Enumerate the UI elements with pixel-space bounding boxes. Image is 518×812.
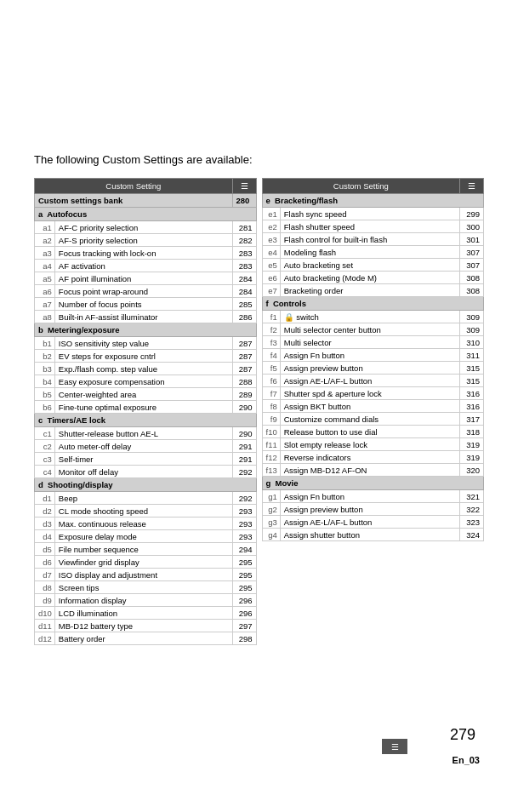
row-value: 293 bbox=[232, 530, 256, 543]
row-label: ISO display and adjustment bbox=[54, 569, 232, 581]
table-row: d7 ISO display and adjustment 295 bbox=[35, 569, 257, 581]
table-row: f5 Assign preview button 315 bbox=[262, 362, 484, 375]
left-subheader: Custom settings bank 280 bbox=[35, 194, 257, 208]
table-row: a1 AF-C priority selection 281 bbox=[35, 221, 257, 234]
row-label: Multi selector center button bbox=[280, 323, 459, 336]
row-id: f6 bbox=[262, 375, 280, 387]
row-value: 291 bbox=[232, 453, 256, 466]
row-id: d7 bbox=[35, 569, 55, 581]
row-value: 299 bbox=[460, 208, 484, 220]
table-row: f1 🔒 switch 309 bbox=[262, 311, 484, 323]
table-row: b3 Exp./flash comp. step value 287 bbox=[35, 363, 257, 375]
table-row: e7 Bracketing order 308 bbox=[262, 284, 484, 297]
section-row-a: a Autofocus bbox=[35, 208, 257, 221]
row-value: 316 bbox=[460, 387, 484, 400]
table-row: a3 Focus tracking with lock-on 283 bbox=[35, 247, 257, 260]
row-value: 324 bbox=[460, 529, 484, 541]
row-id: f4 bbox=[262, 349, 280, 362]
row-id: a8 bbox=[35, 311, 55, 323]
row-label: 🔒 switch bbox=[280, 311, 459, 323]
section-row-e: e Bracketing/flash bbox=[262, 194, 484, 208]
row-label: Customize command dials bbox=[280, 413, 459, 426]
row-value: 320 bbox=[460, 464, 484, 477]
section-label: f Controls bbox=[262, 297, 484, 311]
intro-text: The following Custom Settings are availa… bbox=[34, 153, 484, 166]
section-row-b: b Metering/exposure bbox=[35, 323, 257, 337]
table-row: g2 Assign preview button 322 bbox=[262, 503, 484, 516]
row-id: e2 bbox=[262, 220, 280, 233]
right-header-icon: ☰ bbox=[460, 179, 484, 194]
row-label: Assign BKT button bbox=[280, 400, 459, 413]
row-value: 284 bbox=[232, 285, 256, 298]
left-header-row: Custom Setting ☰ bbox=[35, 179, 257, 194]
row-id: g1 bbox=[262, 490, 280, 503]
row-id: g4 bbox=[262, 529, 280, 541]
row-id: a2 bbox=[35, 234, 55, 247]
section-label: a Autofocus bbox=[35, 208, 257, 221]
row-label: Assign AE-L/AF-L button bbox=[280, 375, 459, 387]
row-value: 291 bbox=[232, 440, 256, 453]
table-row: d12 Battery order 298 bbox=[35, 632, 257, 645]
row-value: 308 bbox=[460, 272, 484, 284]
row-value: 286 bbox=[232, 311, 256, 323]
row-label: Multi selector bbox=[280, 336, 459, 349]
row-label: Modeling flash bbox=[280, 246, 459, 259]
row-value: 309 bbox=[460, 323, 484, 336]
row-value: 287 bbox=[232, 337, 256, 350]
row-value: 290 bbox=[232, 427, 256, 440]
row-value: 296 bbox=[232, 594, 256, 607]
row-value: 296 bbox=[232, 607, 256, 620]
table-row: c1 Shutter-release button AE-L 290 bbox=[35, 427, 257, 440]
icon-box: ☰ bbox=[382, 739, 407, 754]
table-row: c4 Monitor off delay 292 bbox=[35, 466, 257, 478]
table-row: d2 CL mode shooting speed 293 bbox=[35, 505, 257, 518]
table-row: d8 Screen tips 295 bbox=[35, 581, 257, 594]
row-value: 295 bbox=[232, 581, 256, 594]
row-id: b2 bbox=[35, 350, 55, 363]
row-value: 315 bbox=[460, 375, 484, 387]
row-id: c2 bbox=[35, 440, 55, 453]
row-label: Auto bracketing set bbox=[280, 259, 459, 272]
section-row-c: c Timers/AE lock bbox=[35, 414, 257, 427]
row-label: Exp./flash comp. step value bbox=[54, 363, 232, 375]
row-value: 310 bbox=[460, 336, 484, 349]
row-id: f5 bbox=[262, 362, 280, 375]
row-label: Center-weighted area bbox=[54, 388, 232, 401]
row-label: Bracketing order bbox=[280, 284, 459, 297]
tables-wrapper: Custom Setting ☰ Custom settings bank 28… bbox=[34, 178, 484, 645]
table-row: b1 ISO sensitivity step value 287 bbox=[35, 337, 257, 350]
row-id: f1 bbox=[262, 311, 280, 323]
row-label: Auto bracketing (Mode M) bbox=[280, 272, 459, 284]
row-value: 297 bbox=[232, 620, 256, 632]
row-id: e3 bbox=[262, 233, 280, 246]
row-id: a7 bbox=[35, 298, 55, 311]
table-row: f4 Assign Fn button 311 bbox=[262, 349, 484, 362]
table-row: b6 Fine-tune optimal exposure 290 bbox=[35, 401, 257, 414]
table-row: a8 Built-in AF-assist illuminator 286 bbox=[35, 311, 257, 323]
row-label: Assign preview button bbox=[280, 362, 459, 375]
table-row: d5 File number sequence 294 bbox=[35, 543, 257, 556]
row-id: d3 bbox=[35, 518, 55, 530]
table-row: f10 Release button to use dial 318 bbox=[262, 426, 484, 438]
row-value: 290 bbox=[232, 401, 256, 414]
row-label: Information display bbox=[54, 594, 232, 607]
row-label: Shutter spd & aperture lock bbox=[280, 387, 459, 400]
row-value: 309 bbox=[460, 311, 484, 323]
row-label: Viewfinder grid display bbox=[54, 556, 232, 569]
section-row-g: g Movie bbox=[262, 477, 484, 490]
row-value: 316 bbox=[460, 400, 484, 413]
row-id: e5 bbox=[262, 259, 280, 272]
row-label: Self-timer bbox=[54, 453, 232, 466]
row-label: Screen tips bbox=[54, 581, 232, 594]
table-row: c2 Auto meter-off delay 291 bbox=[35, 440, 257, 453]
row-id: b3 bbox=[35, 363, 55, 375]
row-id: b1 bbox=[35, 337, 55, 350]
row-id: d11 bbox=[35, 620, 55, 632]
table-row: e6 Auto bracketing (Mode M) 308 bbox=[262, 272, 484, 284]
row-label: Beep bbox=[54, 492, 232, 505]
row-label: Battery order bbox=[54, 632, 232, 645]
table-row: b2 EV steps for exposure cntrl 287 bbox=[35, 350, 257, 363]
row-id: f9 bbox=[262, 413, 280, 426]
en-label: En_03 bbox=[453, 755, 480, 765]
row-value: 307 bbox=[460, 259, 484, 272]
